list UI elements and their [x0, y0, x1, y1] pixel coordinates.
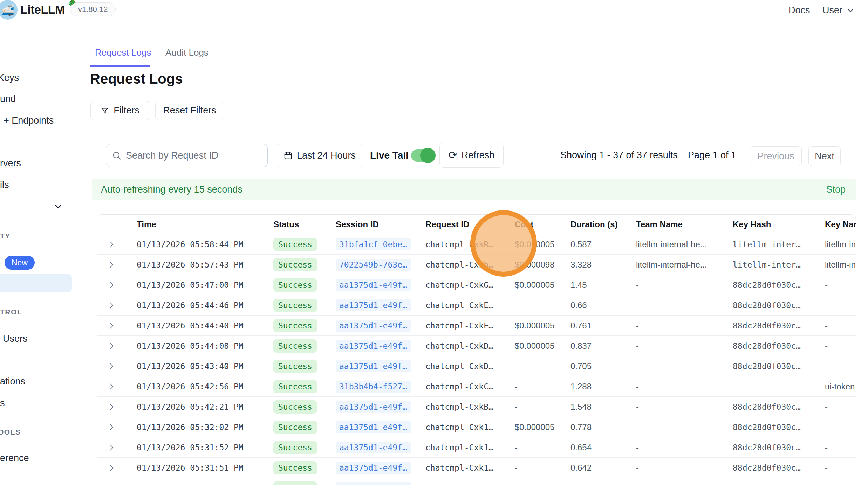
sidebar-item-reference[interactable]: erence	[0, 453, 29, 464]
cell-request-id-cell: chatcmpl-CxkE…	[422, 301, 512, 310]
expand-row-chevron-icon[interactable]	[97, 484, 134, 485]
search-request-id-box[interactable]	[106, 144, 268, 167]
cell-key-hash-cell: litellm-inter…	[730, 240, 822, 249]
sidebar-item-playground[interactable]: und	[0, 93, 16, 104]
stop-auto-refresh-link[interactable]: Stop	[826, 184, 846, 195]
reset-filters-button[interactable]: Reset Filters	[155, 101, 224, 120]
refresh-icon: ⟳	[449, 150, 457, 160]
log-row[interactable]: 01/13/2026 05:44:40 PMSuccessaa1375d1-e4…	[97, 316, 856, 336]
cell-key-hash-cell: litellm-inter…	[730, 260, 822, 269]
refresh-button[interactable]: ⟳ Refresh	[439, 143, 504, 168]
session-id-link-cell: aa1375d1-e49f…	[333, 360, 422, 372]
log-row[interactable]: 01/13/2026 05:47:00 PMSuccessaa1375d1-e4…	[97, 275, 856, 295]
cell-key-hash-cell: 88dc28d0f030c…	[730, 280, 822, 290]
log-row[interactable]: 01/13/2026 05:42:56 PMSuccess31b3b4b4-f5…	[97, 376, 856, 397]
column-header-team-name: Team Name	[633, 220, 730, 229]
cell-team-name-cell: -	[633, 463, 730, 473]
log-row[interactable]: 01/13/2026 05:43:40 PMSuccessaa1375d1-e4…	[97, 356, 856, 376]
expand-row-chevron-icon[interactable]	[97, 280, 134, 290]
sidebar-section-tools: OOLS	[0, 428, 21, 436]
sidebar-item-models-endpoints[interactable]: + Endpoints	[4, 115, 54, 126]
expand-row-chevron-icon[interactable]	[97, 240, 134, 249]
log-row[interactable]: 01/13/2026 05:57:43 PMSuccess7022549b-76…	[97, 255, 856, 275]
expand-row-chevron-icon[interactable]	[97, 463, 134, 472]
log-row[interactable]: 01/13/2026 05:31:52 PMSuccessaa1375d1-e4…	[97, 437, 856, 458]
session-id-link[interactable]: aa1375d1-e49f…	[336, 360, 411, 372]
session-id-link-cell: 31b3b4b4-f527…	[333, 381, 422, 393]
sidebar-chevron-down-icon[interactable]	[53, 202, 63, 212]
next-page-button[interactable]: Next	[808, 146, 841, 166]
cell-cost-cell: -	[512, 382, 567, 392]
expand-row-chevron-icon[interactable]	[97, 423, 134, 432]
session-id-link[interactable]: aa1375d1-e49f…	[336, 462, 411, 474]
session-id-link-cell: aa1375d1-e49f…	[333, 482, 422, 485]
log-row[interactable]: 01/13/2026 05:42:21 PMSuccessaa1375d1-e4…	[97, 397, 856, 417]
docs-link[interactable]: Docs	[788, 5, 810, 16]
session-id-link[interactable]: aa1375d1-e49f…	[336, 421, 411, 433]
tab-audit-logs[interactable]: Audit Logs	[165, 47, 209, 58]
session-id-link[interactable]: aa1375d1-e49f…	[336, 401, 411, 413]
cell-key-name-cell: -	[822, 361, 856, 371]
search-input[interactable]	[126, 150, 262, 161]
expand-row-chevron-icon[interactable]	[97, 443, 134, 452]
log-row[interactable]: 01/13/2026 05:31:51 PMSuccessaa1375d1-e4…	[97, 458, 856, 478]
session-id-link[interactable]: aa1375d1-e49f…	[336, 482, 411, 485]
expand-row-chevron-icon[interactable]	[97, 260, 134, 269]
session-id-link[interactable]: aa1375d1-e49f…	[336, 299, 411, 311]
session-id-link[interactable]: aa1375d1-e49f…	[336, 279, 411, 291]
cell-key-name-cell: -	[822, 280, 856, 290]
status-badge: Success	[273, 421, 317, 434]
cell-team-name-cell: -	[633, 300, 730, 310]
sidebar-item-organizations[interactable]: ations	[0, 376, 25, 387]
user-menu[interactable]: User	[822, 5, 855, 16]
log-row[interactable]: 01/13/2026 05:32:02 PMSuccessaa1375d1-e4…	[97, 417, 856, 437]
sidebar-section-activity: TY	[0, 232, 11, 240]
status-badge: Success	[273, 461, 317, 474]
cell-team-name-cell: -	[633, 382, 730, 392]
status-badge: Success	[273, 258, 317, 271]
session-id-link[interactable]: 7022549b-763e…	[336, 259, 411, 271]
log-row[interactable]: 01/13/2026 05:44:08 PMSuccessaa1375d1-e4…	[97, 336, 856, 356]
session-id-link[interactable]: 31bfa1cf-0ebe…	[336, 238, 411, 250]
session-id-link[interactable]: aa1375d1-e49f…	[336, 340, 411, 352]
sidebar: Keys und + Endpoints rvers ils TY New TR…	[0, 20, 74, 485]
status-badge: Success	[273, 360, 317, 373]
session-id-link-cell: aa1375d1-e49f…	[333, 320, 422, 332]
session-id-link[interactable]: aa1375d1-e49f…	[336, 320, 411, 332]
sidebar-item-servers[interactable]: rvers	[0, 158, 21, 169]
sidebar-item-logs-selected[interactable]	[0, 274, 72, 292]
expand-row-chevron-icon[interactable]	[97, 341, 134, 351]
expand-row-chevron-icon[interactable]	[97, 321, 134, 330]
log-row[interactable]: 01/13/2026 05:31:38 PMSuccessaa1375d1-e4…	[97, 478, 856, 485]
cell-request-id-cell: chatcmpl-CxkD…	[422, 341, 512, 351]
log-row[interactable]: 01/13/2026 05:58:44 PMSuccess31bfa1cf-0e…	[97, 234, 856, 255]
session-id-link-cell: aa1375d1-e49f…	[333, 442, 422, 453]
log-row[interactable]: 01/13/2026 05:44:46 PMSuccessaa1375d1-e4…	[97, 295, 856, 316]
filters-button[interactable]: Filters	[90, 101, 149, 120]
sidebar-item-keys[interactable]: Keys	[0, 72, 19, 83]
expand-row-chevron-icon[interactable]	[97, 301, 134, 310]
sidebar-item-teams[interactable]: s	[0, 398, 5, 409]
previous-page-button[interactable]: Previous	[750, 146, 802, 166]
cell-duration-cell: 0.647	[567, 483, 633, 485]
expand-row-chevron-icon[interactable]	[97, 362, 134, 371]
new-badge: New	[5, 256, 35, 270]
cell-key-name-cell: -	[822, 463, 856, 473]
sidebar-item-guardrails[interactable]: ils	[0, 180, 9, 190]
session-id-link[interactable]: aa1375d1-e49f…	[336, 442, 411, 453]
status-badge-cell: Success	[270, 339, 333, 353]
tabs-divider	[90, 66, 856, 66]
user-menu-label: User	[822, 5, 842, 16]
tab-request-logs[interactable]: Request Logs	[95, 47, 151, 58]
time-range-button[interactable]: Last 24 Hours	[275, 144, 364, 167]
session-id-link[interactable]: 31b3b4b4-f527…	[336, 381, 411, 393]
column-header-session-id: Session ID	[333, 220, 422, 229]
cell-team-name-cell: -	[633, 422, 730, 432]
session-id-link-cell: 31bfa1cf-0ebe…	[333, 238, 422, 250]
version-badge: v1.80.12	[70, 2, 116, 16]
live-tail-toggle[interactable]	[411, 149, 433, 162]
expand-row-chevron-icon[interactable]	[97, 382, 134, 391]
sidebar-item-users[interactable]: Users	[3, 333, 28, 344]
cell-key-name-cell: litellm-int	[822, 260, 856, 270]
expand-row-chevron-icon[interactable]	[97, 402, 134, 411]
